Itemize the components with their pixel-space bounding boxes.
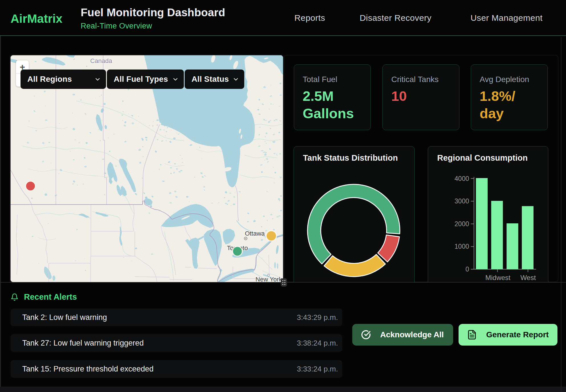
- svg-text:Midwest: Midwest: [485, 274, 510, 281]
- svg-text:3000: 3000: [455, 197, 469, 205]
- svg-text:4000: 4000: [455, 175, 469, 182]
- svg-text:Ottawa: Ottawa: [245, 230, 265, 237]
- svg-text:2000: 2000: [455, 220, 469, 228]
- svg-text:Canada: Canada: [90, 57, 112, 64]
- svg-text:New York: New York: [256, 276, 282, 282]
- svg-text:1000: 1000: [455, 243, 469, 250]
- svg-text:West: West: [520, 274, 536, 281]
- svg-text:0: 0: [465, 266, 469, 273]
